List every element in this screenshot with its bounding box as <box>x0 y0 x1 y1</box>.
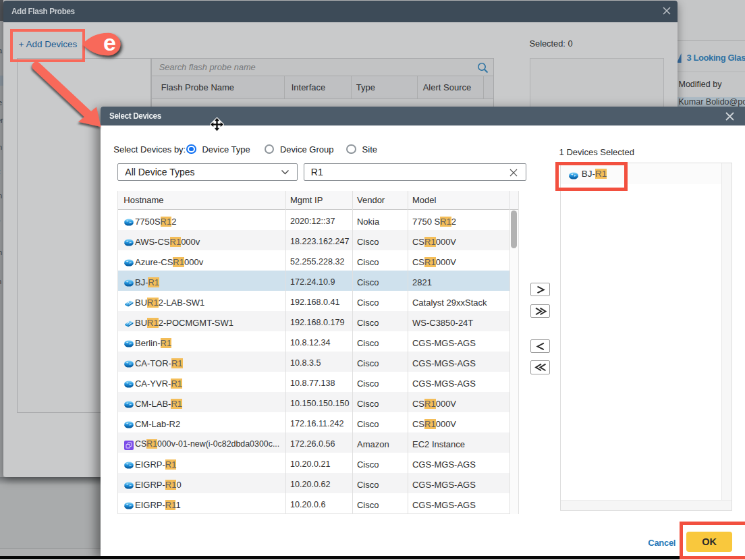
svg-text:e: e <box>103 30 116 55</box>
